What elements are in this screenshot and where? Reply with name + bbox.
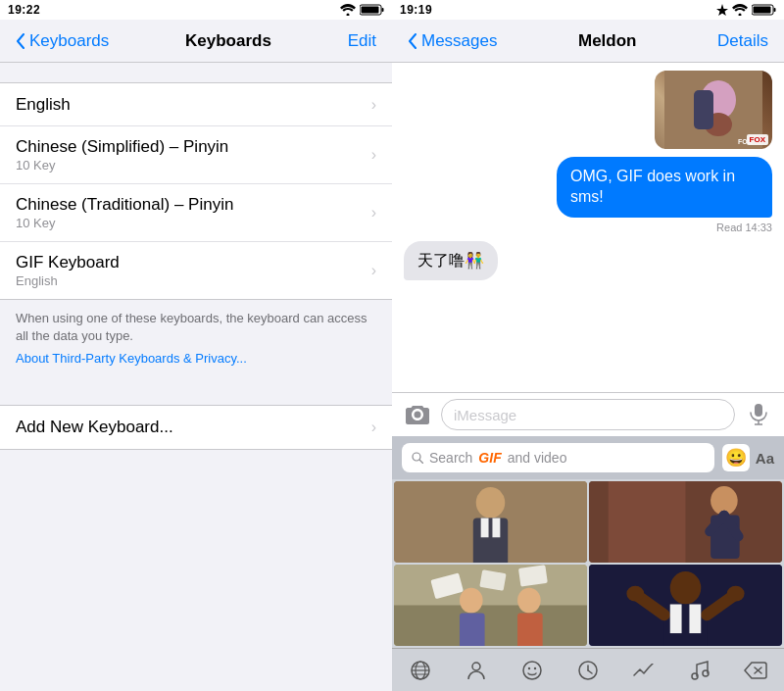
nav-title-right: Meldon	[578, 31, 637, 51]
gif-cell-4[interactable]	[589, 565, 782, 646]
emoji-keyboard-button[interactable]	[511, 649, 554, 692]
nav-back-left[interactable]: Keyboards	[16, 31, 109, 51]
chevron-icon-chinese-simplified: ›	[371, 146, 376, 164]
edit-button[interactable]: Edit	[348, 31, 376, 51]
keyboard-chinese-simplified-subtitle: 10 Key	[16, 158, 228, 173]
nav-bar-left: Keyboards Keyboards Edit	[0, 20, 392, 63]
music-icon	[690, 660, 710, 681]
left-panel: 19:22 Keyboards Keyboards Edit	[0, 0, 392, 691]
keyboards-list: English › Chinese (Simplified) – Pinyin …	[0, 82, 392, 300]
gif-cell-1[interactable]	[394, 481, 587, 563]
svg-point-0	[347, 14, 350, 17]
gif-search-input[interactable]: Search GIF and video	[402, 443, 714, 472]
svg-rect-7	[754, 7, 771, 14]
imessage-input[interactable]: iMessage	[441, 399, 735, 430]
keyboard-toolbar	[392, 648, 784, 691]
globe-keyboard-button[interactable]	[399, 649, 442, 692]
list-item-chinese-simplified[interactable]: Chinese (Simplified) – Pinyin 10 Key ›	[0, 126, 392, 184]
svg-point-53	[472, 663, 480, 670]
globe-icon	[410, 660, 431, 681]
nav-back-right[interactable]: Messages	[408, 31, 497, 51]
privacy-link[interactable]: About Third-Party Keyboards & Privacy...	[0, 351, 392, 385]
svg-rect-25	[609, 481, 686, 563]
microphone-icon	[750, 404, 767, 425]
gif-cell-3-svg	[394, 565, 587, 646]
svg-rect-22	[481, 518, 489, 538]
keyboard-gif-subtitle: English	[16, 273, 120, 288]
gif-cell-3[interactable]	[394, 565, 587, 646]
fox-badge: FOX	[747, 134, 768, 145]
svg-point-45	[727, 586, 745, 602]
nav-back-label: Keyboards	[29, 31, 109, 51]
gif-search-text-before: Search	[429, 450, 472, 466]
svg-rect-46	[670, 605, 682, 634]
chevron-icon-add-keyboard: ›	[371, 419, 376, 436]
keyboard-english-title: English	[16, 95, 71, 115]
camera-icon	[406, 405, 429, 424]
emoji-face-button[interactable]: 😀	[722, 444, 750, 471]
music-keyboard-button[interactable]	[678, 649, 721, 692]
svg-point-17	[413, 453, 420, 461]
status-bar-left: 19:22	[0, 0, 392, 20]
svg-rect-35	[517, 613, 543, 646]
svg-point-20	[476, 487, 506, 518]
right-panel: 19:19 Messages Meldon Detail	[392, 0, 784, 691]
wifi-icon-right	[732, 4, 748, 16]
svg-line-18	[420, 461, 423, 464]
footer-text: When using one of these keyboards, the k…	[0, 300, 392, 351]
svg-rect-33	[460, 613, 485, 646]
wifi-icon	[340, 4, 356, 16]
trending-keyboard-button[interactable]	[622, 649, 665, 692]
gif-colored-text: GIF	[478, 450, 501, 466]
svg-line-59	[588, 670, 592, 673]
svg-rect-2	[382, 8, 384, 12]
keyboard-chinese-simplified-title: Chinese (Simplified) – Pinyin	[16, 137, 228, 157]
gif-cell-2-svg	[589, 481, 782, 563]
outgoing-bubble: OMG, GIF does work in sms!	[557, 157, 772, 218]
svg-point-55	[528, 666, 530, 668]
outgoing-message-text: OMG, GIF does work in sms!	[570, 168, 735, 205]
camera-button[interactable]	[402, 399, 433, 430]
nav-bar-right: Messages Meldon Details	[392, 20, 784, 63]
status-icons-right	[716, 4, 776, 16]
gif-cell-2[interactable]	[589, 481, 782, 563]
add-keyboard-button[interactable]: Add New Keyboard... ›	[0, 406, 392, 449]
airplane-icon	[716, 4, 728, 16]
read-receipt: Read 14:33	[716, 222, 772, 233]
microphone-button[interactable]	[743, 399, 774, 430]
svg-rect-14	[755, 404, 762, 417]
add-keyboard-section: Add New Keyboard... ›	[0, 405, 392, 450]
messages-back-label: Messages	[421, 31, 497, 51]
list-item-gif-keyboard-content: GIF Keyboard English	[16, 253, 120, 288]
details-button[interactable]: Details	[717, 31, 768, 51]
chevron-icon-chinese-traditional: ›	[371, 204, 376, 222]
chevron-icon-english: ›	[371, 96, 376, 114]
list-item-gif-keyboard[interactable]: GIF Keyboard English ›	[0, 242, 392, 299]
incoming-bubble: 天了噜👫	[404, 241, 498, 281]
nav-title-left: Keyboards	[185, 31, 271, 51]
list-item-english[interactable]: English ›	[0, 83, 392, 126]
svg-rect-23	[492, 518, 500, 538]
incoming-message-text: 天了噜👫	[417, 252, 484, 269]
gif-grid	[392, 479, 784, 648]
battery-icon-right	[752, 4, 776, 16]
svg-point-13	[415, 412, 421, 419]
status-bar-right: 19:19	[392, 0, 784, 20]
messages-area: FOX FOX OMG, GIF does work in sms! Read …	[392, 63, 784, 392]
aa-button[interactable]: Aa	[756, 450, 774, 467]
list-item-english-content: English	[16, 95, 71, 115]
person-icon	[466, 660, 487, 681]
imessage-bar: iMessage	[392, 392, 784, 436]
clock-keyboard-button[interactable]	[566, 649, 610, 692]
add-keyboard-label: Add New Keyboard...	[16, 418, 173, 437]
person-keyboard-button[interactable]	[455, 649, 498, 692]
trending-icon	[633, 664, 655, 677]
svg-point-34	[517, 588, 541, 614]
gif-keyboard: Search GIF and video 😀 Aa	[392, 436, 784, 691]
list-item-chinese-traditional[interactable]: Chinese (Traditional) – Pinyin 10 Key ›	[0, 184, 392, 242]
svg-point-56	[534, 666, 536, 668]
delete-keyboard-button[interactable]	[734, 649, 777, 692]
list-item-chinese-traditional-content: Chinese (Traditional) – Pinyin 10 Key	[16, 195, 233, 230]
keyboard-chinese-traditional-title: Chinese (Traditional) – Pinyin	[16, 195, 233, 215]
svg-rect-3	[362, 7, 379, 14]
